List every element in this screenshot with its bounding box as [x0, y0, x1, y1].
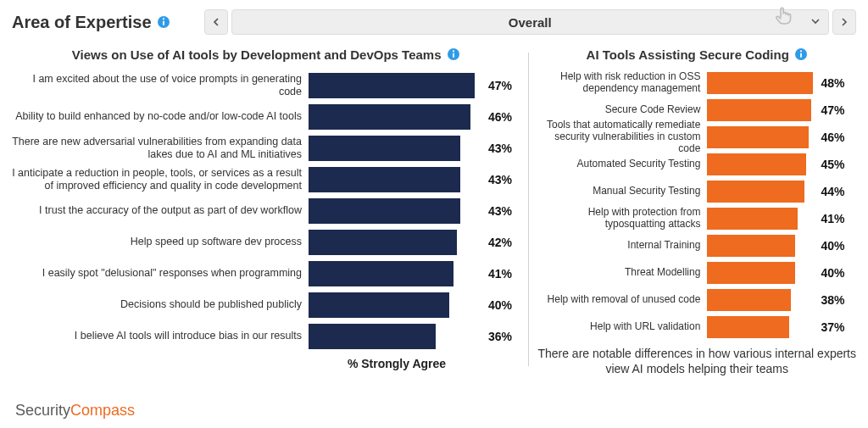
bar-fill — [707, 99, 810, 121]
info-icon[interactable] — [447, 47, 460, 61]
chart-bar-row: Tools that automatically remediate secur… — [537, 124, 856, 151]
bar-value: 38% — [821, 293, 844, 307]
bar-label: Decisions should be published publicly — [12, 298, 309, 310]
bar-track — [309, 136, 485, 161]
brand-second: Compass — [70, 402, 135, 419]
svg-point-5 — [452, 50, 453, 52]
bar-fill — [707, 208, 798, 230]
right-chart: AI Tools Assisting Secure Coding Help wi… — [529, 44, 856, 387]
chart-bar-row: I easily spot "delusional" responses whe… — [12, 258, 520, 289]
chart-bar-row: Help with protection from typosquatting … — [537, 205, 856, 232]
expertise-selector: Overall — [204, 9, 856, 35]
bar-track — [309, 261, 485, 286]
chart-bar-row: Automated Security Testing45% — [537, 151, 856, 178]
bar-value: 36% — [488, 330, 512, 343]
bar-label: I am excited about the use of voice prom… — [12, 73, 309, 97]
bar-track — [707, 235, 817, 257]
info-icon[interactable] — [794, 47, 808, 61]
bar-label: Ability to build enhanced by no-code and… — [12, 110, 309, 122]
brand-logo: SecurityCompass — [15, 402, 135, 420]
bar-fill — [707, 316, 788, 338]
bar-fill — [309, 261, 453, 286]
bar-label: I trust the accuracy of the output as pa… — [12, 204, 309, 216]
chart-bar-row: I am excited about the use of voice prom… — [12, 69, 520, 101]
bar-fill — [707, 235, 795, 257]
svg-rect-4 — [453, 53, 454, 58]
brand-first: Security — [15, 402, 70, 419]
bar-fill — [309, 198, 460, 224]
bar-track — [309, 73, 485, 98]
info-icon[interactable] — [157, 15, 170, 29]
page: Area of Expertise Overall — [0, 0, 868, 428]
bar-value: 37% — [821, 320, 844, 334]
bar-label: Help with URL validation — [537, 321, 707, 333]
bar-track — [707, 289, 817, 311]
bar-value: 40% — [821, 266, 844, 280]
bar-track — [707, 126, 817, 148]
right-chart-caption: There are notable differences in how var… — [537, 346, 856, 376]
bar-label: Help with protection from typosquatting … — [537, 207, 707, 231]
bar-track — [707, 316, 817, 338]
bar-label: Automated Security Testing — [537, 158, 707, 170]
bar-fill — [707, 262, 795, 284]
bar-label: Manual Security Testing — [537, 186, 707, 197]
right-chart-title: AI Tools Assisting Secure Coding — [587, 47, 789, 62]
chart-bar-row: Help with risk reduction in OSS dependen… — [537, 69, 856, 97]
charts-area: Views on Use of AI tools by Development … — [12, 44, 856, 387]
bar-value: 44% — [821, 185, 844, 198]
bar-value: 47% — [488, 79, 512, 92]
bar-label: Internal Training — [537, 240, 707, 252]
left-chart-title-row: Views on Use of AI tools by Development … — [12, 44, 520, 64]
bar-value: 42% — [488, 236, 512, 249]
hand-pointer-icon — [772, 5, 794, 30]
bar-track — [309, 104, 485, 130]
bar-track — [707, 72, 817, 94]
chart-bar-row: Internal Training40% — [537, 232, 856, 259]
bar-fill — [309, 73, 475, 98]
bar-label: I believe AI tools will introduce bias i… — [12, 330, 309, 342]
bar-label: Threat Modelling — [537, 267, 707, 279]
svg-rect-7 — [800, 53, 802, 58]
expertise-dropdown[interactable]: Overall — [231, 9, 829, 35]
bar-value: 43% — [488, 173, 512, 186]
right-chart-title-row: AI Tools Assisting Secure Coding — [537, 44, 856, 64]
bar-track — [309, 230, 485, 255]
bar-fill — [707, 181, 804, 203]
bar-label: Secure Code Review — [537, 104, 707, 116]
svg-rect-1 — [163, 21, 164, 26]
left-chart-title: Views on Use of AI tools by Development … — [72, 47, 442, 62]
next-button[interactable] — [832, 9, 856, 35]
bar-fill — [707, 126, 809, 148]
page-title: Area of Expertise — [12, 13, 152, 32]
bar-value: 43% — [488, 142, 512, 155]
right-chart-rows: Help with risk reduction in OSS dependen… — [537, 69, 856, 341]
bar-track — [309, 167, 485, 192]
chart-bar-row: Help with removal of unused code38% — [537, 286, 856, 314]
bar-fill — [309, 324, 436, 349]
bar-track — [309, 324, 485, 349]
left-chart-xunit: % Strongly Agree — [309, 357, 485, 370]
bar-track — [309, 292, 485, 318]
bar-track — [707, 208, 817, 230]
bar-label: I easily spot "delusional" responses whe… — [12, 267, 309, 279]
bar-fill — [309, 104, 470, 130]
header: Area of Expertise Overall — [12, 7, 856, 37]
svg-point-8 — [800, 50, 802, 52]
bar-label: There are new adversarial vulnerabilitie… — [12, 136, 309, 160]
bar-value: 45% — [821, 158, 844, 171]
chart-bar-row: Decisions should be published publicly40… — [12, 289, 520, 320]
bar-track — [707, 99, 817, 121]
bar-label: Help speed up software dev process — [12, 236, 309, 247]
svg-point-2 — [162, 18, 164, 19]
bar-value: 46% — [821, 131, 844, 144]
chart-bar-row: There are new adversarial vulnerabilitie… — [12, 132, 520, 164]
bar-fill — [707, 72, 813, 94]
bar-fill — [707, 153, 806, 175]
bar-value: 40% — [488, 298, 512, 312]
bar-label: Help with risk reduction in OSS dependen… — [537, 71, 707, 95]
bar-track — [309, 198, 485, 224]
prev-button[interactable] — [204, 9, 228, 35]
chart-bar-row: Manual Security Testing44% — [537, 178, 856, 205]
chart-bar-row: I anticipate a reduction in people, tool… — [12, 164, 520, 195]
bar-label: Help with removal of unused code — [537, 294, 707, 306]
